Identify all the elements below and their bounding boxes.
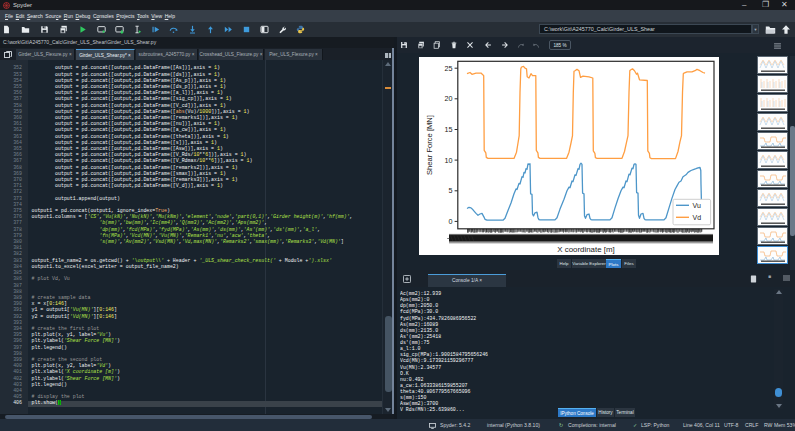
- svg-text:5: 5: [449, 186, 453, 195]
- svg-text:25: 25: [445, 64, 453, 73]
- svg-text:Vd: Vd: [693, 214, 702, 221]
- svg-text:Shear Force [MN]: Shear Force [MN]: [425, 115, 434, 175]
- svg-text:10: 10: [445, 156, 453, 165]
- svg-text:0: 0: [449, 217, 453, 226]
- svg-text:X coordinate [m]: X coordinate [m]: [557, 245, 614, 254]
- svg-text:15: 15: [445, 125, 453, 134]
- svg-text:20: 20: [445, 94, 453, 103]
- svg-text:Vu: Vu: [693, 202, 701, 209]
